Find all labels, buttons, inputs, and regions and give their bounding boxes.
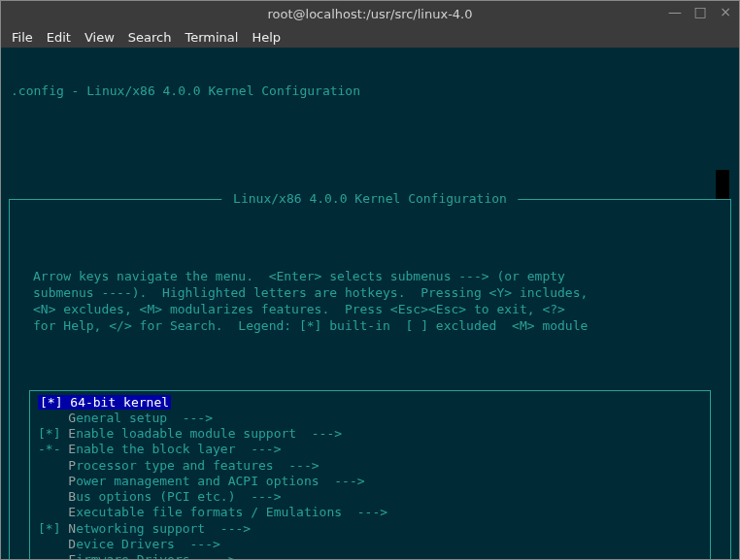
window-title: root@localhost:/usr/src/linux-4.0 (267, 7, 472, 21)
maximize-button[interactable]: □ (692, 4, 708, 19)
menu-item[interactable]: [*] 64-bit kernel (38, 395, 702, 411)
close-button[interactable]: × (718, 4, 733, 19)
menu-item[interactable]: Executable file formats / Emulations ---… (38, 505, 702, 520)
menu-item[interactable]: Power management and ACPI options ---> (38, 474, 702, 489)
main-panel: Linux/x86 4.0.0 Kernel Configuration Arr… (9, 199, 731, 559)
menu-item[interactable]: General setup ---> (38, 411, 702, 426)
menubar: FileEditViewSearchTerminalHelp (1, 26, 739, 48)
menu-view[interactable]: View (80, 30, 119, 45)
menu-item[interactable]: [*] Networking support ---> (38, 521, 702, 537)
help-text: Arrow keys navigate the menu. <Enter> se… (33, 269, 707, 335)
minimize-button[interactable]: — (667, 4, 683, 19)
menu-terminal[interactable]: Terminal (180, 30, 243, 45)
menu-item[interactable]: [*] Enable loadable module support ---> (38, 426, 702, 442)
app-window: root@localhost:/usr/src/linux-4.0 — □ × … (0, 0, 740, 560)
config-header: .config - Linux/x86 4.0.0 Kernel Configu… (7, 83, 733, 103)
menu-search[interactable]: Search (123, 30, 177, 45)
menu-item[interactable]: -*- Enable the block layer ---> (38, 442, 702, 457)
menu-edit[interactable]: Edit (42, 30, 76, 45)
menu-item[interactable]: Bus options (PCI etc.) ---> (38, 489, 702, 505)
panel-title: Linux/x86 4.0.0 Kernel Configuration (221, 191, 518, 207)
menu-item[interactable]: Firmware Drivers ---> (38, 552, 702, 559)
menu-item[interactable]: Processor type and features ---> (38, 458, 702, 474)
menu-help[interactable]: Help (247, 30, 286, 45)
titlebar: root@localhost:/usr/src/linux-4.0 — □ × (1, 1, 739, 26)
menu-file[interactable]: File (7, 30, 38, 45)
window-controls: — □ × (667, 4, 733, 19)
menu-item[interactable]: Device Drivers ---> (38, 537, 702, 552)
menu-list: [*] 64-bit kernel General setup --->[*] … (29, 390, 711, 559)
terminal-area[interactable]: .config - Linux/x86 4.0.0 Kernel Configu… (1, 48, 739, 559)
